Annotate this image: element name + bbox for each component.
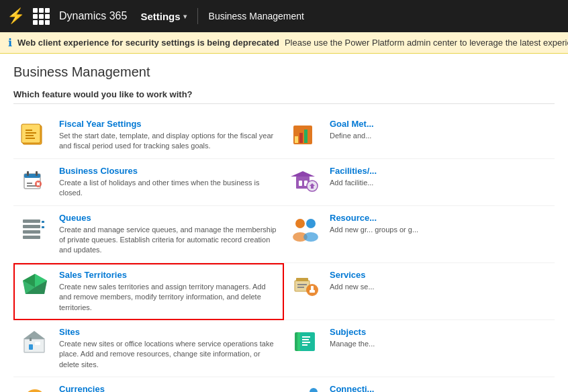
- svg-point-33: [303, 232, 318, 242]
- svg-rect-5: [26, 130, 32, 131]
- section-question: Which feature would you like to work wit…: [13, 89, 555, 104]
- page-title: Business Management: [13, 64, 555, 80]
- svg-rect-15: [36, 171, 38, 176]
- item-title-business-closures[interactable]: Business Closures: [59, 166, 279, 176]
- item-title-facilities[interactable]: Facilities/...: [330, 166, 549, 176]
- item-title-sales-territories[interactable]: Sales Territories: [59, 270, 279, 280]
- svg-rect-11: [24, 174, 40, 178]
- item-goal-metrics[interactable]: Goal Met...Define and...: [284, 112, 555, 159]
- svg-rect-27: [23, 236, 40, 239]
- warning-bold-text: Web client experience for security setti…: [17, 38, 279, 48]
- page-content: Business Management Which feature would …: [0, 54, 568, 392]
- svg-rect-14: [27, 171, 29, 176]
- header: ⚡ Dynamics 365 Settings ▾ Business Manag…: [0, 0, 568, 32]
- item-desc-business-closures: Create a list of holidays and other time…: [59, 178, 279, 199]
- svg-point-63: [310, 388, 318, 392]
- svg-point-31: [306, 219, 316, 228]
- svg-marker-48: [23, 331, 45, 339]
- item-business-closures[interactable]: Business ClosuresCreate a list of holida…: [13, 159, 284, 206]
- svg-point-59: [24, 389, 46, 392]
- svg-rect-26: [23, 230, 40, 234]
- item-desc-goal-metrics: Define and...: [330, 131, 549, 141]
- subjects-icon: [289, 327, 322, 359]
- item-title-resources[interactable]: Resource...: [330, 213, 549, 223]
- resources-icon: [289, 213, 322, 245]
- breadcrumb: Business Management: [209, 11, 304, 21]
- svg-rect-50: [35, 342, 40, 345]
- settings-label: Settings: [140, 11, 180, 22]
- svg-rect-58: [302, 344, 307, 346]
- facilities-icon: [289, 166, 322, 198]
- warning-bar: ℹ Web client experience for security set…: [0, 32, 568, 54]
- svg-rect-42: [297, 284, 307, 285]
- svg-rect-41: [296, 278, 308, 281]
- fiscal-icon: [19, 119, 51, 151]
- connections-icon: [289, 384, 322, 392]
- item-title-queues[interactable]: Queues: [59, 213, 279, 223]
- svg-rect-55: [302, 336, 310, 338]
- svg-rect-8: [299, 133, 303, 143]
- services-icon: [289, 270, 322, 302]
- item-sites[interactable]: SitesCreate new sites or office location…: [13, 320, 284, 377]
- item-desc-fiscal-year-settings: Set the start date, template, and displa…: [59, 131, 279, 152]
- svg-rect-46: [310, 290, 315, 293]
- bolt-icon: ⚡: [7, 7, 25, 25]
- item-title-connections[interactable]: Connecti...: [330, 384, 549, 392]
- item-desc-subjects: Manage the...: [330, 339, 549, 349]
- svg-rect-43: [297, 287, 304, 288]
- svg-rect-9: [304, 130, 307, 143]
- item-title-goal-metrics[interactable]: Goal Met...: [330, 119, 549, 129]
- svg-rect-24: [23, 219, 40, 223]
- goal-icon: [289, 119, 322, 151]
- queues-icon: [19, 213, 51, 245]
- svg-rect-25: [23, 225, 40, 228]
- header-divider: [197, 8, 198, 24]
- svg-marker-20: [291, 171, 315, 177]
- svg-rect-28: [42, 221, 44, 223]
- item-facilities[interactable]: Facilities/...Add facilitie...: [284, 159, 555, 206]
- svg-rect-47: [24, 339, 44, 352]
- closures-icon: [19, 166, 51, 198]
- svg-rect-49: [29, 344, 33, 350]
- chevron-down-icon: ▾: [183, 13, 187, 20]
- svg-point-30: [295, 219, 305, 228]
- item-services[interactable]: ServicesAdd new se...: [284, 263, 555, 320]
- svg-rect-21: [299, 181, 302, 186]
- svg-rect-29: [42, 226, 44, 228]
- svg-rect-51: [30, 338, 32, 341]
- settings-menu[interactable]: Settings ▾: [140, 11, 186, 22]
- svg-rect-56: [302, 339, 309, 340]
- territories-icon: [19, 270, 51, 302]
- svg-rect-2: [26, 132, 36, 134]
- app-title: Dynamics 365: [59, 10, 127, 22]
- sites-icon: [19, 327, 51, 359]
- warning-normal-text: Please use the Power Platform admin cent…: [285, 38, 568, 48]
- item-desc-services: Add new se...: [330, 282, 549, 292]
- item-title-fiscal-year-settings[interactable]: Fiscal Year Settings: [59, 119, 279, 129]
- item-desc-queues: Create and manage service queues, and ma…: [59, 225, 279, 256]
- item-title-subjects[interactable]: Subjects: [330, 327, 549, 337]
- item-resources[interactable]: Resource...Add new gr... groups or g...: [284, 206, 555, 263]
- item-fiscal-year-settings[interactable]: Fiscal Year SettingsSet the start date, …: [13, 112, 284, 159]
- item-currencies[interactable]: $ CurrenciesAdd new or change the exchan…: [13, 377, 284, 392]
- svg-rect-3: [26, 135, 34, 136]
- item-queues[interactable]: QueuesCreate and manage service queues, …: [13, 206, 284, 263]
- waffle-icon[interactable]: [33, 8, 50, 25]
- svg-rect-4: [26, 138, 35, 139]
- info-icon: ℹ: [8, 36, 12, 49]
- item-sales-territories[interactable]: Sales TerritoriesCreate new sales territ…: [13, 263, 284, 320]
- item-connections[interactable]: Connecti...Create, edit...: [284, 377, 555, 392]
- items-grid: Fiscal Year SettingsSet the start date, …: [13, 112, 555, 392]
- item-desc-resources: Add new gr... groups or g...: [330, 225, 549, 235]
- currencies-icon: $: [19, 384, 51, 392]
- item-desc-facilities: Add facilitie...: [330, 178, 549, 188]
- svg-rect-57: [302, 342, 310, 343]
- item-subjects[interactable]: SubjectsManage the...: [284, 320, 555, 377]
- item-title-services[interactable]: Services: [330, 270, 549, 280]
- item-title-currencies[interactable]: Currencies: [59, 384, 279, 392]
- item-desc-sites: Create new sites or office locations whe…: [59, 339, 279, 370]
- svg-rect-7: [295, 136, 298, 143]
- item-desc-sales-territories: Create new sales territories and assign …: [59, 282, 279, 313]
- item-title-sites[interactable]: Sites: [59, 327, 279, 337]
